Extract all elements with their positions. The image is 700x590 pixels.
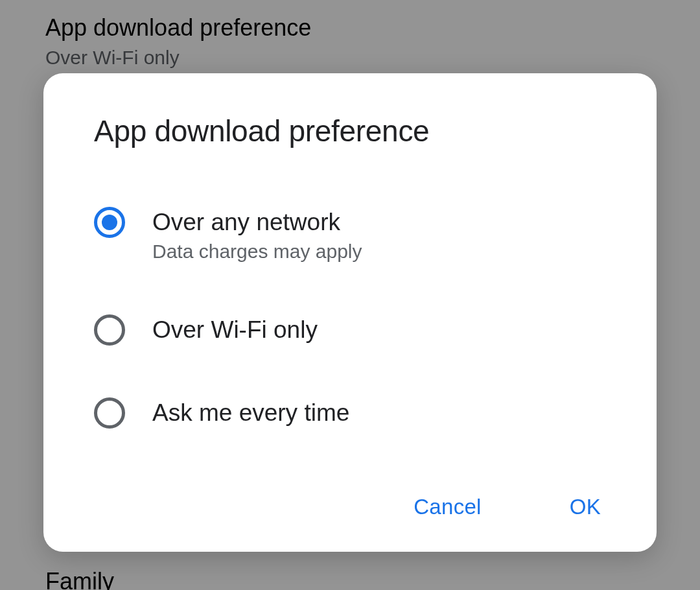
radio-button-icon [94, 207, 125, 238]
radio-option-wifi-only[interactable]: Over Wi-Fi only [94, 314, 606, 346]
radio-label-group: Over Wi-Fi only [152, 314, 318, 346]
radio-label-group: Over any network Data charges may apply [152, 207, 362, 263]
radio-label: Over any network [152, 207, 362, 238]
cancel-button[interactable]: Cancel [408, 487, 487, 527]
radio-option-ask-every-time[interactable]: Ask me every time [94, 397, 606, 429]
radio-sublabel: Data charges may apply [152, 241, 362, 263]
dialog-title: App download preference [43, 113, 657, 148]
dialog-download-preference: App download preference Over any network… [43, 73, 657, 552]
radio-button-icon [94, 397, 125, 429]
radio-label: Ask me every time [152, 397, 349, 429]
dialog-action-bar: Cancel OK [43, 487, 657, 527]
radio-group-network: Over any network Data charges may apply … [43, 207, 657, 429]
radio-label: Over Wi-Fi only [152, 314, 318, 346]
radio-button-icon [94, 314, 125, 346]
radio-option-any-network[interactable]: Over any network Data charges may apply [94, 207, 606, 263]
radio-label-group: Ask me every time [152, 397, 349, 429]
ok-button[interactable]: OK [565, 487, 606, 527]
